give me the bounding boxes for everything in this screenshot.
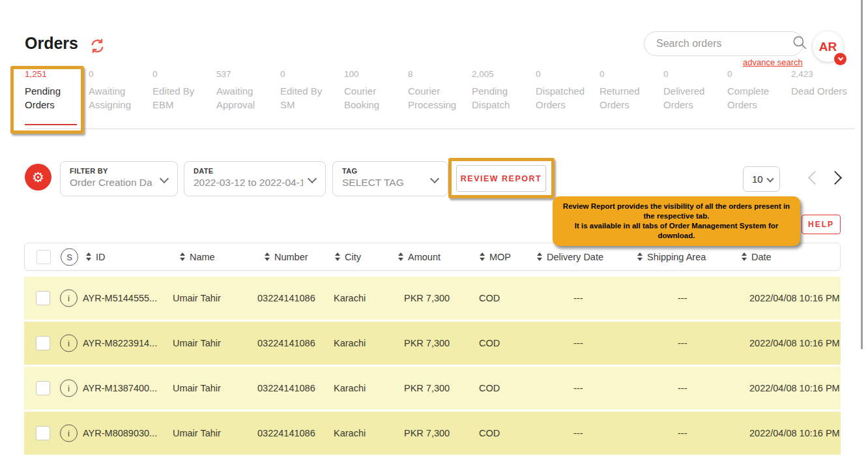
cell-date: 2022/04/08 10:16 PM	[749, 293, 840, 303]
help-button[interactable]: HELP	[802, 215, 841, 234]
table-row[interactable]: i AYR-M8223914... Umair Tahir 0322414108…	[24, 322, 841, 365]
column-header-shipping-area[interactable]: Shipping Area	[637, 252, 706, 262]
tab-count: 0	[280, 69, 338, 79]
page-size-select[interactable]: 10	[743, 166, 780, 192]
order-status-tabs: 1,251 Pending Orders 0 Awaiting Assignin…	[25, 69, 855, 129]
search-input[interactable]	[656, 38, 791, 50]
column-header-city[interactable]: City	[335, 252, 361, 262]
tab-count: 0	[89, 69, 146, 79]
column-header-amount[interactable]: Amount	[398, 252, 441, 262]
tab-label: Pending Dispatch	[472, 84, 529, 112]
select-badge[interactable]: S	[61, 248, 78, 266]
info-icon[interactable]: i	[60, 380, 78, 397]
column-label: Amount	[408, 252, 441, 262]
tab-pending-dispatch[interactable]: 2,005 Pending Dispatch	[472, 69, 536, 129]
settings-button[interactable]: ⚙	[25, 164, 51, 190]
column-label: Name	[190, 252, 215, 262]
chevron-down-icon	[430, 174, 439, 183]
cell-number: 03224141086	[257, 428, 315, 438]
sort-icon	[637, 252, 643, 261]
tab-label: Awaiting Approval	[216, 84, 274, 112]
tag-label: TAG	[342, 167, 426, 175]
column-label: Date	[751, 252, 772, 262]
tab-edited-by-ebm[interactable]: 0 Edited By EBM	[152, 69, 216, 129]
table-row[interactable]: i AYR-M1387400... Umair Tahir 0322414108…	[24, 367, 841, 410]
avatar-dropdown-icon[interactable]	[834, 53, 846, 65]
filter-by-value: Order Creation Da	[70, 177, 155, 189]
tab-label: Awaiting Assigning	[89, 84, 146, 112]
tag-value: SELECT TAG	[342, 177, 426, 189]
orders-page: Orders advance search AR 1,251 Pending O…	[0, 0, 868, 456]
cell-delivery-date: ---	[573, 338, 583, 348]
cell-city: Karachi	[334, 383, 366, 393]
gear-icon: ⚙	[32, 170, 44, 185]
search-icon[interactable]	[791, 34, 808, 53]
cell-amount: PKR 7,300	[404, 383, 450, 393]
tab-courier-booking[interactable]: 100 Courier Booking	[344, 69, 408, 129]
select-all-checkbox[interactable]	[36, 250, 51, 264]
filter-by-label: FILTER BY	[70, 167, 155, 175]
tab-label: Courier Processing	[408, 84, 465, 112]
cell-id: AYR-M5144555...	[83, 293, 157, 303]
filter-by-dropdown[interactable]: FILTER BY Order Creation Da	[60, 161, 178, 196]
table-row[interactable]: i AYR-M8089030... Umair Tahir 0322414108…	[24, 412, 841, 455]
info-icon[interactable]: i	[60, 425, 78, 442]
tab-label: Pending Orders	[25, 84, 82, 112]
tab-label: Returned Orders	[600, 84, 657, 112]
tab-delivered-orders[interactable]: 0 Delivered Orders	[663, 69, 727, 129]
sort-icon	[480, 252, 485, 261]
cell-name: Umair Tahir	[173, 428, 221, 438]
tab-awaiting-approval[interactable]: 537 Awaiting Approval	[216, 69, 280, 129]
cell-shipping-area: ---	[678, 293, 687, 303]
cell-name: Umair Tahir	[173, 338, 221, 348]
tab-label: Courier Booking	[344, 84, 401, 112]
tab-dead-orders[interactable]: 2,423 Dead Orders	[791, 69, 855, 129]
tab-complete-orders[interactable]: 0 Complete Orders	[727, 69, 791, 129]
tab-pending-orders[interactable]: 1,251 Pending Orders	[25, 69, 89, 129]
tab-awaiting-assigning[interactable]: 0 Awaiting Assigning	[89, 69, 152, 129]
tab-courier-processing[interactable]: 8 Courier Processing	[408, 69, 472, 129]
cell-mop: COD	[479, 293, 500, 303]
cell-amount: PKR 7,300	[404, 338, 450, 348]
tab-edited-by-sm[interactable]: 0 Edited By SM	[280, 69, 344, 129]
row-checkbox[interactable]	[36, 426, 50, 440]
info-icon[interactable]: i	[60, 290, 78, 307]
info-icon[interactable]: i	[60, 335, 78, 352]
date-range-dropdown[interactable]: DATE 2022-03-12 to 2022-04-10	[184, 161, 326, 196]
advance-search-link[interactable]: advance search	[743, 57, 803, 67]
column-label: City	[345, 252, 361, 262]
cell-shipping-area: ---	[678, 383, 687, 393]
vertical-scrollbar[interactable]	[861, 0, 863, 349]
date-label: DATE	[194, 167, 303, 175]
column-label: MOP	[489, 252, 511, 262]
row-checkbox[interactable]	[36, 291, 50, 305]
column-header-delivery-date[interactable]: Delivery Date	[537, 252, 603, 262]
row-checkbox[interactable]	[36, 336, 50, 350]
column-header-name[interactable]: Name	[180, 252, 215, 262]
row-checkbox[interactable]	[36, 381, 50, 395]
sort-icon	[180, 252, 185, 261]
table-row[interactable]: i AYR-M5144555... Umair Tahir 0322414108…	[24, 277, 841, 320]
review-report-button[interactable]: REVIEW REPORT	[456, 165, 546, 192]
tab-dispatched-orders[interactable]: 0 Dispatched Orders	[536, 69, 600, 129]
column-header-date[interactable]: Date	[742, 252, 772, 262]
tab-returned-orders[interactable]: 0 Returned Orders	[600, 69, 663, 129]
tab-label: Edited By SM	[280, 84, 338, 112]
prev-page-icon[interactable]	[808, 171, 822, 185]
column-header-number[interactable]: Number	[265, 252, 308, 262]
tooltip-line1: Review Report provides the visibility of…	[559, 202, 794, 221]
cell-number: 03224141086	[257, 383, 315, 393]
tag-dropdown[interactable]: TAG SELECT TAG	[332, 161, 448, 196]
column-label: Delivery Date	[547, 252, 603, 262]
cell-mop: COD	[479, 383, 500, 393]
column-header-mop[interactable]: MOP	[480, 252, 511, 262]
next-page-icon[interactable]	[828, 171, 842, 185]
tab-count: 537	[216, 69, 274, 79]
column-header-id[interactable]: ID	[86, 252, 106, 262]
cell-delivery-date: ---	[573, 428, 583, 438]
cell-mop: COD	[479, 428, 500, 438]
refresh-icon[interactable]	[89, 38, 106, 57]
cell-number: 03224141086	[257, 293, 315, 303]
tab-label: Edited By EBM	[152, 84, 210, 112]
cell-mop: COD	[479, 338, 500, 348]
